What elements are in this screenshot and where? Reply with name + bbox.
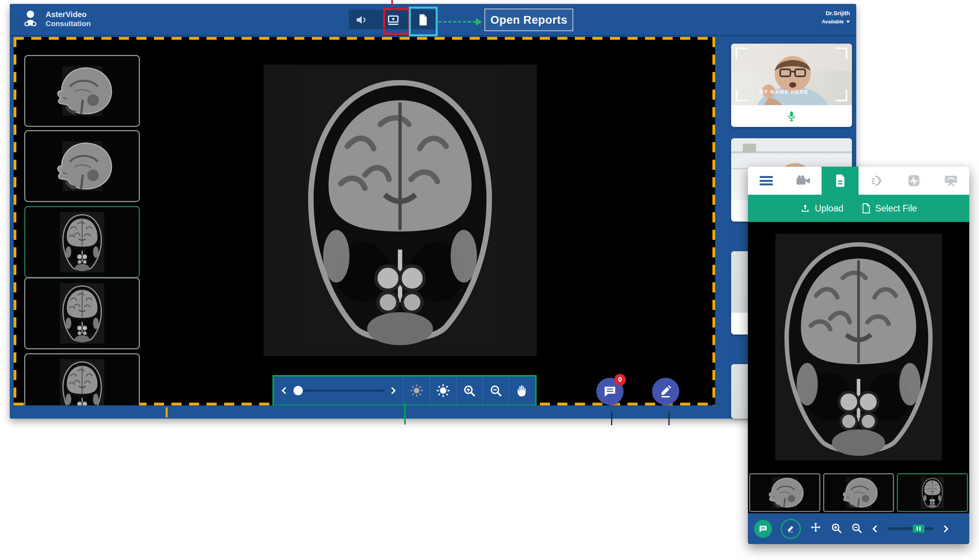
tab-vitals[interactable] xyxy=(896,167,933,195)
annotate-button[interactable] xyxy=(652,378,679,405)
tab-documents-active[interactable] xyxy=(822,167,859,195)
annotation-yellow-tick xyxy=(166,407,168,417)
mobile-reports-panel: Upload Select File xyxy=(748,167,969,544)
video-camera-icon xyxy=(795,175,811,187)
annotation-green-line xyxy=(404,403,406,424)
volume-icon[interactable] xyxy=(355,13,368,26)
pan-hand-button[interactable] xyxy=(509,377,535,405)
zoom-in-icon xyxy=(831,522,842,534)
share-arrow-icon xyxy=(870,174,884,187)
doctor-name: Dr.Srijith xyxy=(822,10,850,16)
annotate-pen-button[interactable] xyxy=(781,519,801,539)
move-button[interactable] xyxy=(809,522,822,536)
annotation-red-tick xyxy=(391,0,393,5)
focus-bracket-icon xyxy=(836,90,847,101)
series-thumbnail-3-selected[interactable] xyxy=(24,206,140,278)
dashed-border-left xyxy=(14,37,16,405)
series-thumbnail-5[interactable] xyxy=(24,353,140,405)
annotation-red-box xyxy=(383,8,410,35)
mobile-mri-image[interactable] xyxy=(748,222,969,472)
brightness-increase-button[interactable] xyxy=(430,377,456,405)
annotation-cyan-box xyxy=(409,7,438,36)
select-file-label: Select File xyxy=(875,203,917,214)
app-header: AsterVideo Consultation xyxy=(10,4,856,36)
series-thumbnail-1[interactable] xyxy=(24,55,140,127)
mobile-zoom-in-button[interactable] xyxy=(831,522,842,535)
annotation-arrow-head-icon xyxy=(476,18,482,26)
chat-button[interactable]: 0 xyxy=(596,378,624,405)
dashed-border-top xyxy=(14,37,715,40)
doctor-logo-icon xyxy=(21,9,40,29)
video-watermark: MY NAME HERE xyxy=(731,89,836,95)
app-subtitle: Consultation xyxy=(46,19,91,28)
presentation-icon xyxy=(944,174,958,187)
mobile-thumbnail-strip xyxy=(748,472,969,513)
zoom-out-button[interactable] xyxy=(482,377,509,405)
slice-slider-handle[interactable] xyxy=(293,386,303,395)
prev-slice-button[interactable] xyxy=(280,387,288,394)
mobile-tab-bar xyxy=(748,167,969,195)
chevron-down-icon xyxy=(846,21,850,23)
pencil-icon xyxy=(786,524,795,534)
dashed-border-right xyxy=(712,37,715,405)
upload-icon xyxy=(800,203,810,213)
upload-button[interactable]: Upload xyxy=(800,203,843,214)
video-card-doctor: MY NAME HERE xyxy=(731,44,852,127)
mobile-slider-handle[interactable] xyxy=(913,525,924,533)
mobile-thumbnail-3-selected[interactable] xyxy=(897,473,968,512)
open-reports-callout: Open Reports xyxy=(484,9,573,31)
tab-menu[interactable] xyxy=(748,167,785,195)
slice-slider[interactable] xyxy=(293,390,385,392)
mobile-zoom-out-button[interactable] xyxy=(851,522,862,535)
mobile-thumbnail-1[interactable] xyxy=(749,473,820,512)
study-viewer: 0 xyxy=(14,37,715,405)
document-icon xyxy=(834,174,846,187)
mobile-slice-slider[interactable] xyxy=(887,527,933,530)
select-file-button[interactable]: Select File xyxy=(861,203,917,214)
series-thumbnail-2[interactable] xyxy=(24,130,140,202)
zoom-out-icon xyxy=(851,522,862,534)
mic-status-bar[interactable] xyxy=(731,105,852,127)
next-slice-button[interactable] xyxy=(389,387,397,394)
comment-button[interactable] xyxy=(754,520,772,538)
page: AsterVideo Consultation xyxy=(0,0,979,560)
menu-icon xyxy=(760,176,773,185)
app-name: AsterVideo xyxy=(46,10,91,19)
viewer-toolbar xyxy=(272,375,537,405)
user-status-block[interactable]: Dr.Srijith Available xyxy=(822,10,850,25)
annotation-dark-tick xyxy=(611,412,612,425)
focus-bracket-icon xyxy=(836,48,847,59)
app-title: AsterVideo Consultation xyxy=(46,10,91,28)
main-window: AsterVideo Consultation xyxy=(10,4,856,419)
availability-status: Available xyxy=(822,19,844,25)
series-thumbnail-4[interactable] xyxy=(24,277,140,349)
doctor-video-feed: MY NAME HERE xyxy=(731,44,852,105)
mobile-thumbnail-2[interactable] xyxy=(823,473,894,512)
upload-action-bar: Upload Select File xyxy=(748,195,969,222)
tab-video-call[interactable] xyxy=(785,167,822,195)
annotation-dashed-arrow xyxy=(438,21,476,23)
microphone-icon xyxy=(786,110,797,122)
main-mri-image[interactable] xyxy=(263,65,537,356)
focus-bracket-icon xyxy=(736,48,748,59)
tab-referral[interactable] xyxy=(859,167,896,195)
brightness-decrease-button[interactable] xyxy=(403,377,430,405)
move-icon xyxy=(809,522,822,534)
upload-label: Upload xyxy=(815,203,843,214)
mobile-next-slice-button[interactable] xyxy=(942,525,950,533)
slice-navigator xyxy=(274,377,403,405)
file-icon xyxy=(861,203,871,213)
mobile-viewer-toolbar xyxy=(748,513,969,544)
annotation-dark-tick xyxy=(668,412,670,425)
vitals-icon xyxy=(907,174,921,187)
chat-unread-badge: 0 xyxy=(614,374,626,386)
mobile-prev-slice-button[interactable] xyxy=(871,525,879,533)
tab-presentation[interactable] xyxy=(932,167,969,195)
zoom-in-button[interactable] xyxy=(456,377,482,405)
comment-icon xyxy=(758,524,768,534)
